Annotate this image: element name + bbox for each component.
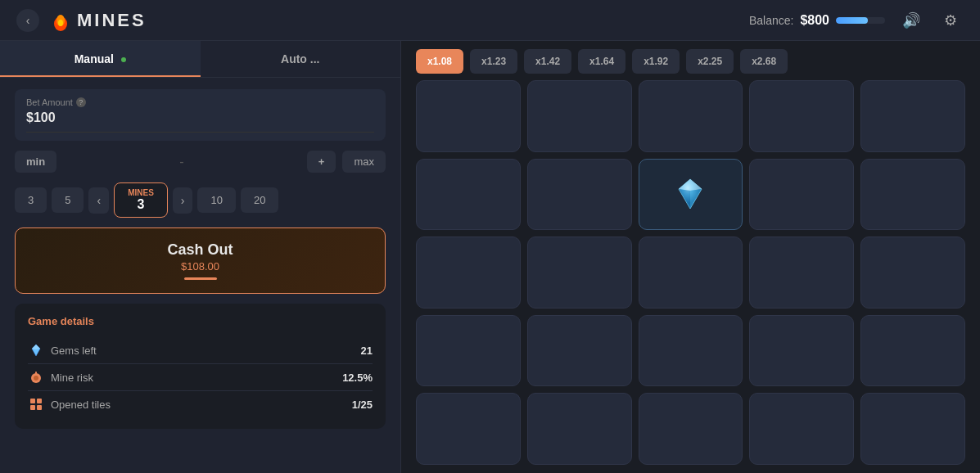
balance-bar-fill — [836, 17, 868, 24]
game-details-title: Game details — [28, 315, 373, 327]
grid-cell-4-2[interactable] — [639, 393, 743, 465]
logo-area: MINES — [49, 9, 147, 32]
grid-cell-3-3[interactable] — [749, 315, 854, 387]
mine-risk-label: Mine risk — [51, 372, 93, 384]
mine-icon — [28, 369, 44, 385]
mine-nav-next[interactable]: › — [173, 187, 193, 214]
detail-left-mine-risk: Mine risk — [28, 369, 93, 385]
grid-cell-1-0[interactable] — [416, 159, 521, 231]
mult-btn-5[interactable]: x2.25 — [686, 49, 734, 74]
cashout-bar — [184, 277, 217, 280]
grid-cell-2-3[interactable] — [749, 236, 854, 309]
grid-cell-0-1[interactable] — [527, 80, 632, 152]
balance-bar — [836, 17, 885, 24]
grid-cell-1-2[interactable] — [639, 159, 743, 231]
mult-btn-3[interactable]: x1.64 — [578, 49, 625, 74]
svg-marker-4 — [32, 345, 40, 349]
svg-point-6 — [34, 376, 38, 381]
gems-left-value: 21 — [361, 345, 373, 357]
mult-btn-6[interactable]: x2.68 — [740, 49, 788, 74]
tab-auto[interactable]: Auto ... — [201, 41, 401, 77]
opened-tiles-label: Opened tiles — [51, 399, 111, 411]
grid-cell-1-3[interactable] — [749, 159, 854, 231]
tab-manual-label: Manual — [75, 52, 114, 65]
cashout-title: Cash Out — [29, 241, 372, 259]
mines-selector: 3 5 ‹ Mines 3 › 10 20 — [15, 182, 386, 218]
tab-manual-dot — [121, 57, 126, 62]
grid-cell-0-0[interactable] — [416, 80, 521, 152]
mult-btn-4[interactable]: x1.92 — [632, 49, 680, 74]
mine-opt-3[interactable]: 3 — [15, 187, 47, 213]
grid-cell-0-2[interactable] — [639, 80, 743, 152]
grid-cell-2-0[interactable] — [416, 236, 521, 309]
mine-risk-value: 12.5% — [342, 372, 373, 384]
mine-opt-10[interactable]: 10 — [197, 187, 235, 213]
tab-auto-label: Auto ... — [281, 52, 319, 65]
settings-icon: ⚙ — [944, 11, 957, 29]
sound-button[interactable]: 🔊 — [898, 7, 924, 34]
grid-cell-4-1[interactable] — [527, 393, 632, 465]
detail-left-gems: Gems left — [28, 342, 97, 358]
right-panel: x1.08 x1.23 x1.42 x1.64 x1.92 x2.25 x2.6… — [401, 41, 980, 473]
grid-cell-1-4[interactable] — [860, 159, 965, 231]
tiles-icon — [28, 396, 44, 412]
svg-marker-13 — [679, 179, 702, 191]
mult-btn-0[interactable]: x1.08 — [416, 49, 463, 74]
bet-plus-button[interactable]: + — [307, 151, 336, 173]
grid-cell-0-4[interactable] — [860, 80, 965, 152]
header: ‹ MINES Balance: — [0, 0, 980, 41]
game-grid — [416, 80, 965, 465]
mine-opt-5[interactable]: 5 — [52, 187, 84, 213]
panel-body: Bet Amount ? $100 min - + max 3 — [0, 78, 400, 473]
svg-rect-9 — [37, 399, 42, 403]
grid-cell-3-2[interactable] — [639, 315, 743, 387]
svg-rect-11 — [37, 405, 42, 410]
detail-row-gems: Gems left 21 — [28, 337, 373, 363]
gems-left-label: Gems left — [51, 345, 97, 357]
svg-rect-7 — [35, 372, 37, 375]
bet-dash: - — [63, 155, 300, 169]
bet-amount-field: Bet Amount ? $100 — [15, 89, 386, 141]
grid-cell-1-1[interactable] — [527, 159, 632, 231]
mult-btn-2[interactable]: x1.42 — [524, 49, 571, 74]
grid-cell-0-3[interactable] — [749, 80, 854, 152]
mines-label: Mines — [128, 188, 154, 197]
logo-text: MINES — [77, 10, 147, 31]
back-button[interactable]: ‹ — [16, 9, 39, 32]
tab-manual[interactable]: Manual — [0, 41, 201, 77]
cashout-button[interactable]: Cash Out $108.00 — [15, 227, 386, 294]
grid-cell-2-4[interactable] — [860, 236, 965, 309]
mine-count-value: 3 — [128, 197, 154, 212]
bet-controls: min - + max — [15, 151, 386, 173]
grid-cell-3-1[interactable] — [527, 315, 632, 387]
back-icon: ‹ — [26, 14, 30, 27]
mine-nav-prev[interactable]: ‹ — [88, 187, 109, 214]
settings-button[interactable]: ⚙ — [937, 7, 964, 34]
info-icon: ? — [76, 97, 86, 107]
grid-cell-4-4[interactable] — [860, 393, 965, 465]
grid-cell-3-0[interactable] — [416, 315, 521, 387]
mult-btn-1[interactable]: x1.23 — [470, 49, 517, 74]
gem-cell-icon — [672, 176, 708, 212]
grid-cell-3-4[interactable] — [860, 315, 965, 387]
grid-cell-4-0[interactable] — [416, 393, 521, 465]
svg-rect-10 — [30, 405, 35, 410]
bet-min-button[interactable]: min — [15, 151, 56, 173]
tabs: Manual Auto ... — [0, 41, 400, 78]
gem-icon — [28, 342, 44, 358]
cashout-amount: $108.00 — [29, 260, 372, 273]
bet-max-button[interactable]: max — [342, 151, 386, 173]
balance-area: Balance: $800 — [749, 13, 885, 28]
mine-opt-20[interactable]: 20 — [241, 187, 278, 213]
grid-cell-4-3[interactable] — [749, 393, 854, 465]
detail-left-opened-tiles: Opened tiles — [28, 396, 111, 412]
main-content: Manual Auto ... Bet Amount ? $100 — [0, 41, 980, 473]
grid-cell-2-2[interactable] — [639, 236, 743, 309]
balance-value: $800 — [800, 13, 829, 28]
logo-flame-icon — [49, 9, 72, 32]
svg-rect-8 — [30, 399, 35, 403]
multiplier-row: x1.08 x1.23 x1.42 x1.64 x1.92 x2.25 x2.6… — [416, 49, 965, 74]
game-details: Game details Gems left — [15, 304, 386, 429]
grid-cell-2-1[interactable] — [527, 236, 632, 309]
header-right: Balance: $800 🔊 ⚙ — [749, 7, 964, 34]
